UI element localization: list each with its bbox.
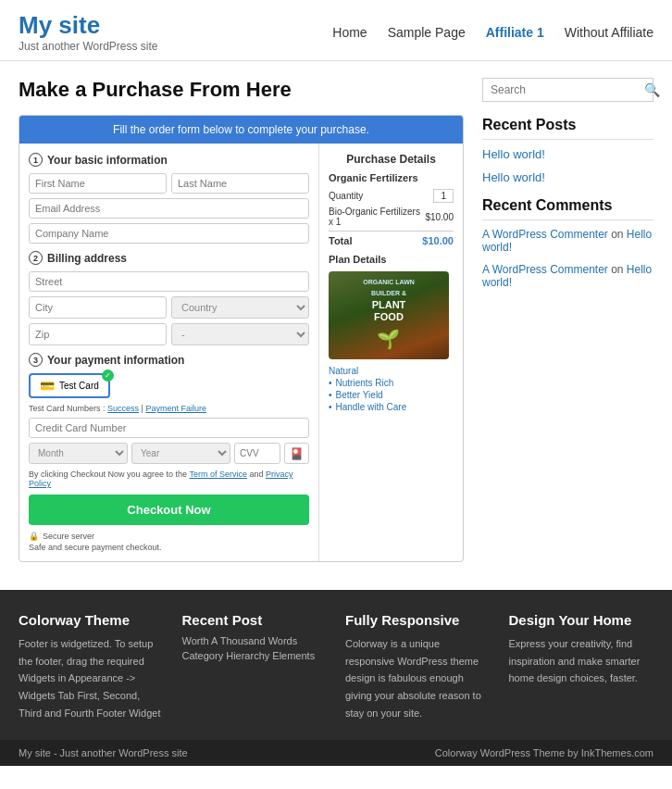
footer-col2-title: Recent Post bbox=[182, 612, 328, 628]
street-input[interactable] bbox=[29, 271, 309, 292]
safe-text: Safe and secure payment checkout. bbox=[29, 543, 309, 552]
search-input[interactable] bbox=[483, 79, 637, 101]
product-name: Organic Fertilizers bbox=[329, 172, 454, 183]
year-select[interactable]: Year bbox=[131, 443, 230, 464]
footer-col-3: Fully Responsive Colorway is a unique re… bbox=[345, 612, 491, 721]
cvv-input[interactable] bbox=[234, 443, 280, 464]
section1-label: Your basic information bbox=[47, 154, 168, 167]
post-link-1[interactable]: Hello world! bbox=[482, 147, 653, 161]
feature-2: •Nutrients Rich bbox=[329, 378, 454, 388]
footer-col4-title: Design Your Home bbox=[509, 612, 654, 628]
recent-comments-title: Recent Comments bbox=[482, 197, 653, 220]
left-form: 1 Your basic information bbox=[19, 144, 319, 561]
search-button[interactable]: 🔍 bbox=[637, 79, 667, 101]
checkmark-icon: ✓ bbox=[102, 369, 114, 382]
recent-posts-section: Recent Posts Hello world! Hello world! bbox=[482, 117, 653, 184]
product-brand-line: ORGANIC LAWN bbox=[363, 278, 415, 288]
success-link[interactable]: Success bbox=[107, 404, 139, 413]
nav-without-affiliate[interactable]: Without Affiliate bbox=[565, 25, 653, 40]
credit-card-input[interactable] bbox=[29, 418, 309, 438]
line-item-price: $10.00 bbox=[425, 212, 454, 222]
card-body: 1 Your basic information bbox=[19, 144, 463, 561]
footer-col3-title: Fully Responsive bbox=[345, 612, 491, 628]
footer-bottom-right: Colorway WordPress Theme by InkThemes.co… bbox=[435, 747, 653, 758]
zip-select[interactable]: - bbox=[171, 323, 309, 345]
section2-title: 2 Billing address bbox=[29, 251, 309, 265]
feature-4: •Handle with Care bbox=[329, 402, 454, 412]
test-card-label: Test Card bbox=[59, 381, 99, 391]
checkout-button[interactable]: Checkout Now bbox=[29, 495, 309, 525]
company-input[interactable] bbox=[29, 223, 309, 244]
last-name-input[interactable] bbox=[171, 173, 309, 194]
post-link-2[interactable]: Hello world! bbox=[482, 170, 653, 184]
commenter-2[interactable]: A WordPress Commenter bbox=[482, 263, 608, 276]
total-row: Total $10.00 bbox=[329, 231, 454, 246]
footer-col-2: Recent Post Worth A Thousand Words Categ… bbox=[182, 612, 328, 721]
card-header: Fill the order form below to complete yo… bbox=[19, 116, 463, 144]
header: My site Just another WordPress site Home… bbox=[0, 0, 672, 60]
city-input[interactable] bbox=[29, 296, 167, 319]
footer-grid: Colorway Theme Footer is widgetized. To … bbox=[19, 612, 653, 721]
recent-posts-title: Recent Posts bbox=[482, 117, 653, 140]
footer-post-link-2[interactable]: Category Hierarchy Elements bbox=[182, 650, 328, 661]
section3-title: 3 Your payment information bbox=[29, 353, 309, 367]
street-row bbox=[29, 271, 309, 292]
section1-title: 1 Your basic information bbox=[29, 153, 309, 167]
footer-col1-title: Colorway Theme bbox=[19, 612, 164, 628]
footer-col1-text: Footer is widgetized. To setup the foote… bbox=[19, 635, 164, 721]
nav-home[interactable]: Home bbox=[332, 25, 367, 40]
site-tagline: Just another WordPress site bbox=[19, 40, 158, 53]
footer: Colorway Theme Footer is widgetized. To … bbox=[0, 590, 672, 740]
city-country-row: Country bbox=[29, 296, 309, 319]
main-nav: Home Sample Page Affiliate 1 Without Aff… bbox=[332, 25, 653, 40]
purchase-details-title: Purchase Details bbox=[329, 153, 454, 166]
comment-item-2: A WordPress Commenter on Hello world! bbox=[482, 263, 653, 289]
footer-post-link-1[interactable]: Worth A Thousand Words bbox=[182, 635, 328, 646]
zip-row: - bbox=[29, 323, 309, 345]
terms-text: By clicking Checkout Now you agree to th… bbox=[29, 470, 309, 488]
footer-col-4: Design Your Home Express your creativity… bbox=[509, 612, 654, 721]
credit-card-row bbox=[29, 418, 309, 438]
site-branding: My site Just another WordPress site bbox=[19, 11, 158, 53]
test-card-wrapper: 💳 Test Card ✓ bbox=[29, 373, 309, 398]
main-layout: Make a Purchase From Here Fill the order… bbox=[0, 61, 672, 562]
line-item-row: Bio-Organic Fertilizers x 1 $10.00 bbox=[329, 207, 454, 227]
product-image: ORGANIC LAWN BUILDER & PLANTFOOD 🌱 bbox=[329, 271, 449, 359]
section2-label: Billing address bbox=[47, 252, 127, 265]
nav-sample-page[interactable]: Sample Page bbox=[388, 25, 466, 40]
plan-details-title: Plan Details bbox=[329, 254, 454, 265]
name-row bbox=[29, 173, 309, 194]
line-item-label: Bio-Organic Fertilizers x 1 bbox=[329, 207, 425, 227]
cvv-icon: 🎴 bbox=[284, 443, 309, 464]
company-row bbox=[29, 223, 309, 244]
secure-label: Secure server bbox=[43, 532, 94, 541]
zip-input[interactable] bbox=[29, 323, 167, 345]
total-label: Total bbox=[329, 235, 352, 246]
sidebar: 🔍 Recent Posts Hello world! Hello world!… bbox=[482, 78, 653, 562]
test-card-numbers: Test Card Numbers : Success | Payment Fa… bbox=[29, 404, 309, 413]
email-row bbox=[29, 198, 309, 219]
product-name-image: PLANTFOOD bbox=[363, 299, 415, 323]
footer-col4-text: Express your creativity, find inspiratio… bbox=[509, 635, 654, 687]
quantity-box: 1 bbox=[433, 189, 454, 203]
footer-bottom: My site - Just another WordPress site Co… bbox=[0, 740, 672, 766]
site-title: My site bbox=[19, 11, 158, 40]
country-select[interactable]: Country bbox=[171, 296, 309, 319]
on-word-1: on bbox=[611, 228, 627, 241]
footer-col-1: Colorway Theme Footer is widgetized. To … bbox=[19, 612, 164, 721]
failure-link[interactable]: Payment Failure bbox=[145, 404, 206, 413]
section1-num: 1 bbox=[29, 153, 43, 167]
lock-icon: 🔒 bbox=[29, 532, 39, 541]
test-card-button[interactable]: 💳 Test Card ✓ bbox=[29, 373, 110, 398]
quantity-label: Quantity bbox=[329, 191, 363, 201]
card-details-row: Month Year 🎴 bbox=[29, 443, 309, 464]
footer-col3-text: Colorway is a unique responsive WordPres… bbox=[345, 635, 491, 721]
commenter-1[interactable]: A WordPress Commenter bbox=[482, 228, 608, 241]
first-name-input[interactable] bbox=[29, 173, 167, 194]
terms-link[interactable]: Term of Service bbox=[189, 470, 247, 479]
product-image-content: ORGANIC LAWN BUILDER & PLANTFOOD 🌱 bbox=[358, 273, 419, 357]
page-title: Make a Purchase From Here bbox=[19, 78, 464, 102]
nav-affiliate1[interactable]: Affiliate 1 bbox=[486, 25, 544, 40]
email-input[interactable] bbox=[29, 198, 309, 219]
month-select[interactable]: Month bbox=[29, 443, 128, 464]
